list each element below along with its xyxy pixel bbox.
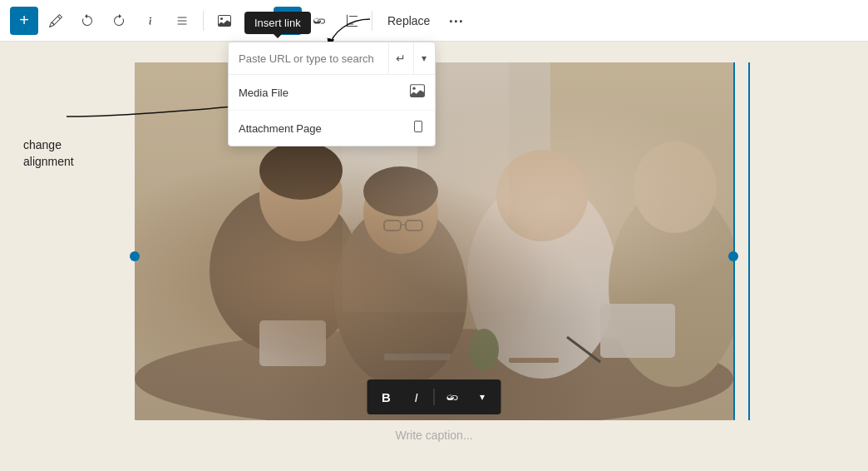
replace-button[interactable]: Replace [379,9,438,32]
svg-point-20 [469,329,499,370]
crop-icon [344,14,358,27]
italic-button[interactable]: I [402,383,431,411]
caption-area[interactable]: Write caption... [135,420,733,450]
bold-button[interactable]: B [372,383,401,411]
format-link-button[interactable] [438,383,466,411]
format-separator [434,389,435,405]
svg-rect-11 [384,221,401,231]
redo-button[interactable] [105,7,133,35]
attachment-page-option[interactable]: Attachment Page [229,111,435,146]
svg-line-24 [567,337,600,362]
svg-rect-22 [259,320,326,366]
media-file-icon [410,83,425,102]
more-icon: ⋯ [448,12,464,30]
link-search-row: ↵ ▾ [229,42,435,75]
undo-button[interactable] [73,7,101,35]
insert-link-dropdown: Insert link ↵ ▾ Media File Attachment Pa… [228,42,436,146]
format-toolbar: B I ▾ [367,379,501,414]
resize-handle-right[interactable] [728,251,738,261]
link-chevron-button[interactable]: ▾ [413,42,435,74]
svg-rect-12 [406,221,422,231]
svg-rect-23 [600,304,675,358]
svg-point-9 [363,171,438,254]
pencil-button[interactable] [42,7,70,35]
format-link-icon [446,391,458,404]
svg-point-10 [363,166,438,216]
format-chevron-icon: ▾ [480,391,485,403]
link-panel: ↵ ▾ Media File Attachment Page [228,42,436,146]
image-icon [218,14,231,27]
pencil-icon [49,14,62,27]
svg-point-16 [609,187,733,387]
main-toolbar: + [0,0,868,42]
resize-handle-left[interactable] [130,251,140,261]
info-icon [144,14,157,27]
add-block-button[interactable]: + [10,7,38,35]
separator-1 [203,11,204,31]
info-button[interactable] [136,7,165,35]
svg-rect-19 [384,354,451,360]
link-url-input[interactable] [229,44,388,73]
svg-point-15 [496,150,588,241]
svg-point-6 [259,150,343,241]
svg-point-5 [210,187,359,354]
enter-icon: ↵ [396,52,406,65]
svg-point-7 [259,141,343,200]
link-enter-button[interactable]: ↵ [388,42,413,74]
change-alignment-annotation: change alignment [23,137,74,170]
insert-link-tooltip: Insert link [244,12,311,34]
svg-rect-21 [509,358,559,363]
svg-point-14 [467,179,617,379]
separator-2 [372,11,372,31]
format-more-button[interactable]: ▾ [468,383,496,411]
redo-icon [112,14,126,27]
chevron-down-icon: ▾ [422,52,427,64]
link-icon [313,14,326,27]
image-border-right [733,62,735,420]
svg-point-17 [634,141,717,233]
list-view-button[interactable] [168,7,196,35]
list-icon [175,14,189,27]
undo-icon [81,14,94,27]
svg-point-8 [334,204,467,387]
more-options-button[interactable]: ⋯ [441,7,470,35]
crop-button[interactable] [337,7,365,35]
media-file-option[interactable]: Media File [229,75,435,111]
attachment-page-icon [412,119,425,137]
image-button[interactable] [210,7,239,35]
